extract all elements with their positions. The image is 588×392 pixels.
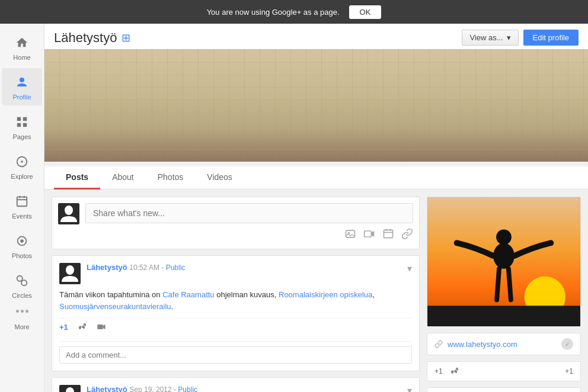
tab-posts[interactable]: Posts xyxy=(54,166,100,189)
get-started-section: Get Started xyxy=(427,387,581,392)
sidebar-item-more[interactable]: More xyxy=(2,319,42,335)
notification-message: You are now using Google+ as a page. xyxy=(207,8,340,17)
edit-profile-button[interactable]: Edit profile xyxy=(523,30,579,46)
svg-point-14 xyxy=(21,280,27,285)
website-url: www.lahetystyo.com xyxy=(448,340,517,349)
profile-tabs: Posts About Photos Videos xyxy=(44,166,588,189)
post-time-1: 10:52 AM - Public xyxy=(129,264,185,272)
svg-rect-2 xyxy=(23,117,27,121)
plus-one-card: +1 +1 xyxy=(427,361,581,381)
share-link-icon[interactable] xyxy=(401,228,413,243)
website-card: www.lahetystyo.com ✓ xyxy=(427,333,581,355)
profile-icon xyxy=(12,73,31,92)
svg-rect-28 xyxy=(427,306,580,326)
sidebar-item-explore[interactable]: Explore xyxy=(2,147,42,185)
svg-point-0 xyxy=(20,78,24,82)
svg-rect-1 xyxy=(17,117,21,121)
sidebar-item-pages[interactable]: Pages xyxy=(2,108,42,145)
explore-icon xyxy=(12,152,31,171)
plus-one-count: +1 xyxy=(434,367,443,375)
cover-photo-image xyxy=(44,49,588,162)
website-link[interactable]: www.lahetystyo.com xyxy=(434,340,517,349)
chevron-down-icon: ▾ xyxy=(507,33,511,42)
profile-actions: View as... ▾ Edit profile xyxy=(462,30,579,46)
view-as-button[interactable]: View as... ▾ xyxy=(462,30,518,46)
svg-point-15 xyxy=(65,205,73,215)
post-header-2: Lähetystyö Sep 19, 2012 - Public ▾ xyxy=(59,385,412,392)
post-meta-1: Lähetystyö 10:52 AM - Public xyxy=(87,263,401,272)
tab-photos[interactable]: Photos xyxy=(146,166,196,189)
share-box xyxy=(52,197,420,249)
right-column: www.lahetystyo.com ✓ +1 +1 xyxy=(427,197,581,392)
share-icons xyxy=(85,228,413,243)
post-actions-1: +1 xyxy=(59,318,412,335)
svg-rect-18 xyxy=(365,231,372,237)
post-plusone-button-1[interactable]: +1 xyxy=(59,323,68,332)
post-card-1: Lähetystyö 10:52 AM - Public ▾ Tämän vii… xyxy=(52,255,420,371)
post-link-cafe[interactable]: Cafe Raamattu xyxy=(162,290,214,299)
tab-videos[interactable]: Videos xyxy=(195,166,244,189)
post-visibility-1: Public xyxy=(166,264,186,272)
sidebar: Home Profile Pages Explore xyxy=(0,24,44,392)
sidebar-events-label: Events xyxy=(12,213,32,220)
notification-ok-button[interactable]: OK xyxy=(349,5,382,19)
sidebar-pages-label: Pages xyxy=(12,133,31,140)
sidebar-more-label: More xyxy=(14,323,29,330)
left-column: Lähetystyö 10:52 AM - Public ▾ Tämän vii… xyxy=(52,197,420,392)
user-avatar xyxy=(58,203,79,224)
post-card-2: Lähetystyö Sep 19, 2012 - Public ▾ xyxy=(52,377,420,392)
profile-section: Lähetystyö ⊞ View as... ▾ Edit profile xyxy=(44,24,588,162)
photos-icon xyxy=(12,232,31,250)
add-page-icon[interactable]: ⊞ xyxy=(122,31,130,44)
share-photo-icon[interactable] xyxy=(344,228,356,243)
svg-point-13 xyxy=(17,276,23,281)
profile-name-area: Lähetystyö ⊞ xyxy=(54,30,130,46)
post-share-button-1[interactable] xyxy=(78,322,87,332)
content-area: Lähetystyö ⊞ View as... ▾ Edit profile xyxy=(44,24,588,392)
tab-about[interactable]: About xyxy=(100,166,146,189)
profile-header: Lähetystyö ⊞ View as... ▾ Edit profile xyxy=(44,24,588,49)
post-author-2[interactable]: Lähetystyö xyxy=(87,385,127,392)
svg-point-25 xyxy=(66,387,74,392)
post-meta-2: Lähetystyö Sep 19, 2012 - Public xyxy=(87,385,401,392)
plus-one-icon-1: +1 xyxy=(59,323,68,332)
post-header-1: Lähetystyö 10:52 AM - Public ▾ xyxy=(59,263,412,284)
post-dropdown-1[interactable]: ▾ xyxy=(407,263,412,274)
website-verified-icon: ✓ xyxy=(561,338,573,350)
post-time-2: Sep 19, 2012 - Public xyxy=(129,385,197,392)
comment-input-1[interactable] xyxy=(59,346,412,364)
sidebar-item-events[interactable]: Events xyxy=(2,187,42,224)
svg-rect-3 xyxy=(17,123,21,127)
svg-point-6 xyxy=(21,160,23,163)
post-video-button-1[interactable] xyxy=(97,322,106,332)
sidebar-home-label: Home xyxy=(13,54,30,61)
share-event-icon[interactable] xyxy=(382,228,394,243)
post-author-1[interactable]: Lähetystyö xyxy=(87,263,127,272)
post-avatar-1 xyxy=(59,263,81,284)
svg-rect-4 xyxy=(23,123,27,127)
sidebar-explore-label: Explore xyxy=(11,173,33,180)
sidebar-profile-label: Profile xyxy=(12,94,31,101)
cover-photo xyxy=(44,49,588,162)
circles-icon xyxy=(12,271,31,290)
share-input[interactable] xyxy=(85,203,413,223)
sidebar-item-circles[interactable]: Circles xyxy=(2,266,42,304)
profile-name: Lähetystyö xyxy=(54,30,117,46)
post-link-room[interactable]: Roomalaiskirjeen opiskelua xyxy=(279,290,372,299)
share-button-right[interactable] xyxy=(450,367,459,376)
svg-point-30 xyxy=(496,230,512,245)
plus-actions: +1 xyxy=(434,367,459,376)
post-dropdown-2[interactable]: ▾ xyxy=(407,385,412,392)
post-link-suom[interactable]: Suomusjärvenseurakuntavierailu xyxy=(59,302,171,311)
post-text-1: Tämän viikon tapahtumina on Cafe Raamatt… xyxy=(59,289,412,312)
share-input-area xyxy=(85,203,413,243)
sidebar-item-profile[interactable]: Profile xyxy=(2,68,42,105)
person-silhouette-large xyxy=(427,197,580,326)
svg-rect-24 xyxy=(97,324,103,329)
sidebar-item-home[interactable]: Home xyxy=(2,28,42,66)
share-video-icon[interactable] xyxy=(363,228,375,243)
sidebar-item-photos[interactable]: Photos xyxy=(2,227,42,264)
plus-one-total: +1 xyxy=(565,367,573,375)
profile-photo-large xyxy=(427,197,581,327)
events-icon xyxy=(12,192,31,211)
